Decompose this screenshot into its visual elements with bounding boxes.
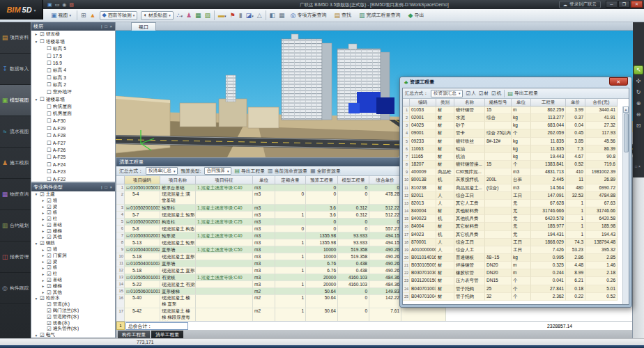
orbit-tool[interactable]: ↻ [634,88,643,97]
floor-tree-item[interactable]: ☐ A-F26 [31,146,115,153]
resource-window-titlebar[interactable]: ♣ 资源工程量 [404,79,434,86]
col-category[interactable]: 类别 [436,99,454,106]
row-expander-icon[interactable]: ⊟ [126,275,130,281]
floor-tree-item[interactable]: ☐ 机房屋面 [31,110,115,117]
checkbox-icon[interactable]: ☐ [47,111,52,117]
resource-table-row[interactable]: 11 810238 材 商品混凝土... (综合) m3 14.564 480 … [403,184,622,192]
scroll-thumb[interactable] [624,113,629,152]
col-code[interactable]: 编码 [410,99,436,106]
resource-table-row[interactable]: 23 B031200150 材 压力表弯管 DN15 个 0.041 6.21 … [403,277,622,285]
sidebar-nav-item[interactable]: ▥ 合约规划 [0,210,31,242]
resource-table-row[interactable]: 13 82013 人 其它人工费 元 67.628 1 67.63 [403,200,622,207]
checkbox-icon[interactable]: ☑ [47,209,52,216]
checkbox-icon[interactable]: ☑ [47,308,52,314]
resource-table-row[interactable]: 25 B040701004 材 管子托钩 32 个 2.362 0.22 0.5… [403,293,622,301]
resource-table-row[interactable]: 12 82011 人 综合工日 工日 147.091 32.53 4784.88 [403,192,622,200]
resource-table-row[interactable]: 20 B011014016 材 普通钢板 δ8~15 kg 0.995 2.86… [403,254,622,262]
sidebar-nav-item[interactable]: ♟ 施工模拟 [0,148,31,179]
record-icon[interactable]: ▨ [69,1,74,8]
col-unit-price[interactable]: 综合单价 [369,176,401,184]
display-icon[interactable]: ▭ [55,1,60,8]
sidebar-nav-item[interactable]: ▣ 模型视图 [0,85,31,116]
type-tree-item[interactable]: ▾ ☑ 给排水 [31,296,115,302]
resource-table-row[interactable]: 5 09233 材 镀锌铁丝 8#-12# kg 11.835 3.85 45.… [403,138,622,145]
col-quota[interactable]: 定额含量 [275,176,306,184]
checkbox-icon[interactable]: ☑ [40,191,45,198]
type-tree-item[interactable]: ▸ ☑ 楼梯 [31,228,115,235]
row-expander-icon[interactable]: ⊟ [126,233,130,239]
checkbox-icon[interactable]: ☑ [47,234,52,240]
sum-mode-select[interactable]: 按清单汇总▾ [146,167,178,175]
checkbox-icon[interactable]: ☑ [47,283,52,290]
checkbox-icon[interactable]: ☑ [47,301,52,308]
col-budget-qty[interactable]: 预算工程量 [306,176,338,184]
checkbox-icon[interactable]: ☑ [47,228,52,235]
material-checkbox[interactable]: ☑材 [479,90,489,97]
res-export-button[interactable]: ▤ 导出工程量 [507,90,538,97]
walk-icon[interactable]: ∴▾ [177,11,183,20]
resource-table-row[interactable]: 16 84004 材 其它材料费 元 185.977 1 185.98 [403,223,622,230]
resource-table-row[interactable]: 6 11063 材 铅油 kg 11.835 7.3 86.39 [403,145,622,153]
row-expander-icon[interactable]: ⊟ [126,219,130,226]
expander-icon[interactable]: ▸ [34,32,38,36]
floor-tree-item[interactable]: ☐ 标高 3 [31,74,115,81]
floor-tree-item[interactable]: ▾ ☐ 塔楼幕墙 [31,38,115,45]
type-tree-item[interactable]: ▾ ☑ 钢筋 [31,240,115,246]
res-sum-select[interactable]: 按资源汇总▾ [431,90,463,97]
panel-pin-close-icons[interactable]: | □ × [101,22,113,31]
col-price[interactable]: 单价 [566,99,585,106]
col-unit[interactable]: 单位 [253,176,275,184]
checkbox-icon[interactable]: ☑ [47,222,52,228]
row-expander-icon[interactable]: ⊟ [126,247,130,253]
expander-icon[interactable]: ▸ [41,266,45,270]
zoom-window-tool[interactable]: ⊡ [634,121,643,130]
resource-table-row[interactable]: 24 B040701003 材 管子托钩 25 个 27.841 0.18 5.… [403,285,622,293]
type-tree-item[interactable]: ▸ ☑ 柱 [31,216,115,222]
row-expander-icon[interactable]: ⊟ [126,289,130,295]
resource-table-row[interactable]: 14 840004 材 其他材料费 元 31746.666 1 31746.66 [403,207,622,215]
type-tree-item[interactable]: ☑ 阀门法兰(水) [31,308,115,314]
expander-icon[interactable]: ▾ [34,97,38,102]
finished-qty-query-button[interactable]: ▥ 完成工程量查询 [357,10,403,20]
expander-icon[interactable]: ▾ [34,296,38,301]
type-tree-item[interactable]: ☑ 管道附件(水) [31,314,115,320]
checkbox-icon[interactable]: ☐ [47,74,52,81]
floor-tree-item[interactable]: ☐ A-F24 [31,161,115,168]
sidebar-nav-item[interactable]: ▦ 物资查询 [0,179,31,210]
type-tree-item[interactable]: ▸ ☑ 其他 [31,290,115,296]
budget-type-select[interactable]: 合同预算▾ [204,167,232,175]
maximize-button[interactable]: ❐ [618,1,630,8]
checkbox-icon[interactable]: ☐ [47,118,52,124]
type-tree-item[interactable]: ☑ 管道(水) [31,301,115,308]
panel-pin-close-icons[interactable]: | □ × [101,183,113,191]
section-icon[interactable]: ◧ [270,11,276,19]
sidebar-nav-item[interactable]: ≈ 流水视图 [0,116,31,148]
col-item-name[interactable]: 项目名称 [160,176,196,184]
current-list-resource-button[interactable]: ▥ 当前清单资源量 [268,168,307,175]
col-unit[interactable]: 单位 [512,99,531,106]
expander-icon[interactable]: ▸ [41,198,45,203]
resource-table-row[interactable]: 4 09001 材 管卡 综合 25以内 个 262.059 0.45 117.… [403,129,622,137]
special-plan-query-button[interactable]: ◎ 专项方案查询 [289,10,329,20]
expander-icon[interactable]: ▸ [41,223,45,227]
floor-tree-item[interactable]: ☐ A-F30 [31,118,115,125]
checkbox-icon[interactable]: ☐ [40,38,45,45]
type-tree-item[interactable]: ▸ ☑ 基础 [31,222,115,228]
resource-table-row[interactable]: 3 04025 材 砂子 kg 683.044 0.04 27.32 [403,122,622,129]
export-button[interactable]: ◆ 导出 [406,10,426,20]
checkbox-icon[interactable]: ☑ [47,314,52,320]
expander-icon[interactable]: ▸ [41,248,45,252]
floor-tree-item[interactable]: ☐ A-F22 [31,175,115,182]
checkbox-icon[interactable]: ☐ [47,161,52,168]
expander-icon[interactable]: ▾ [34,192,38,196]
checkbox-icon[interactable]: ☑ [47,271,52,277]
ruler-icon[interactable]: ▬▾ [218,11,227,20]
type-tree-item[interactable]: ▸ ☑ 板 [31,265,115,271]
material-mode-dropdown[interactable]: ◐ 材质贴图▾ [141,11,174,20]
type-tree-item[interactable]: ▸ ☑ 楼梯 [31,283,115,290]
sidebar-nav-item[interactable]: ↧ 数据导入 [0,54,31,85]
expander-icon[interactable]: ▸ [41,235,45,239]
checkbox-icon[interactable]: ☑ [47,277,52,283]
type-tree-item[interactable]: ▸ ☑ 基础 [31,277,115,283]
type-tree-item[interactable]: ▸ ☑ 墙 [31,246,115,253]
